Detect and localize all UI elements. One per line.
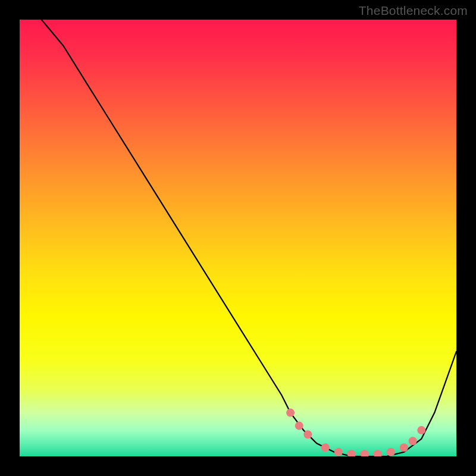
highlight-dot bbox=[321, 443, 330, 452]
highlight-dot bbox=[295, 422, 303, 430]
bottleneck-curve-path bbox=[42, 20, 456, 456]
highlight-dot bbox=[347, 450, 356, 456]
curve-layer bbox=[20, 20, 456, 456]
highlight-dot bbox=[409, 437, 417, 445]
highlight-dot bbox=[361, 450, 369, 456]
highlight-dot bbox=[417, 426, 425, 434]
highlight-dot bbox=[334, 448, 343, 456]
highlight-dot bbox=[303, 430, 312, 439]
highlight-dot bbox=[387, 448, 395, 456]
plot-area bbox=[20, 20, 456, 456]
highlight-dot bbox=[374, 450, 382, 456]
watermark-text: TheBottleneck.com bbox=[359, 4, 468, 18]
highlight-dots-group bbox=[286, 409, 425, 456]
highlight-dot bbox=[286, 409, 295, 417]
highlight-dot bbox=[400, 443, 408, 452]
chart-frame: TheBottleneck.com bbox=[0, 0, 476, 476]
